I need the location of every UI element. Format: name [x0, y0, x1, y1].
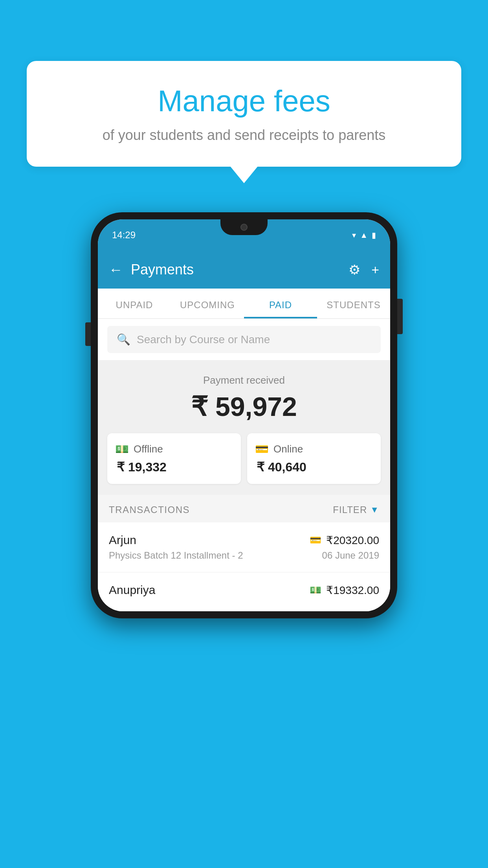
speech-bubble-container: Manage fees of your students and send re…: [27, 61, 461, 167]
transaction-amount: ₹19332.00: [326, 584, 379, 597]
notch-cutout: [220, 219, 268, 235]
filter-icon: ▼: [370, 505, 379, 515]
transaction-amount-wrap: 💳 ₹20320.00: [310, 534, 379, 547]
search-icon: 🔍: [117, 333, 130, 346]
online-amount: ₹ 40,640: [255, 460, 373, 474]
filter-button[interactable]: FILTER ▼: [333, 504, 379, 515]
back-button[interactable]: ←: [109, 261, 123, 278]
phone-outer: 14:29 ▾ ▲ ▮ ← Payments ⚙ +: [91, 212, 397, 618]
transaction-date: 06 June 2019: [322, 550, 379, 561]
transaction-row[interactable]: Anupriya 💵 ₹19332.00: [98, 572, 390, 611]
transactions-header: TRANSACTIONS FILTER ▼: [98, 495, 390, 522]
speech-bubble-title: Manage fees: [46, 85, 442, 118]
speech-bubble-subtitle: of your students and send receipts to pa…: [46, 125, 442, 145]
search-box[interactable]: 🔍 Search by Course or Name: [107, 326, 381, 353]
transaction-amount: ₹20320.00: [326, 534, 379, 547]
filter-label: FILTER: [333, 504, 367, 515]
transaction-row-top: Arjun 💳 ₹20320.00: [109, 533, 379, 547]
cash-icon: 💵: [310, 585, 321, 596]
payment-summary: Payment received ₹ 59,972 💵 Offline ₹ 19…: [98, 360, 390, 495]
signal-icon: ▲: [360, 231, 368, 240]
transaction-name: Anupriya: [109, 583, 155, 597]
card-icon: 💳: [310, 535, 321, 546]
payment-cards: 💵 Offline ₹ 19,332 💳 Online ₹ 40,640: [107, 433, 381, 484]
app-bar: ← Payments ⚙ +: [98, 251, 390, 289]
transactions-label: TRANSACTIONS: [109, 504, 190, 515]
plus-icon[interactable]: +: [371, 262, 379, 278]
search-placeholder: Search by Course or Name: [137, 333, 270, 346]
app-bar-actions: ⚙ +: [349, 262, 379, 278]
online-card: 💳 Online ₹ 40,640: [247, 433, 381, 484]
speech-bubble: Manage fees of your students and send re…: [27, 61, 461, 167]
wifi-icon: ▾: [352, 230, 356, 240]
status-icons: ▾ ▲ ▮: [352, 230, 376, 240]
online-card-header: 💳 Online: [255, 443, 373, 456]
tab-students[interactable]: STUDENTS: [317, 289, 390, 318]
transaction-row-bottom: Physics Batch 12 Installment - 2 06 June…: [109, 550, 379, 561]
tab-paid[interactable]: PAID: [244, 289, 317, 318]
status-time: 14:29: [112, 230, 136, 241]
transaction-course: Physics Batch 12 Installment - 2: [109, 550, 243, 561]
payment-received-label: Payment received: [107, 374, 381, 386]
gear-icon[interactable]: ⚙: [349, 262, 360, 278]
offline-label: Offline: [134, 443, 163, 455]
tab-unpaid[interactable]: UNPAID: [98, 289, 171, 318]
offline-card-header: 💵 Offline: [115, 443, 233, 456]
battery-icon: ▮: [372, 230, 376, 240]
offline-card: 💵 Offline ₹ 19,332: [107, 433, 241, 484]
transaction-amount-wrap: 💵 ₹19332.00: [310, 584, 379, 597]
search-container: 🔍 Search by Course or Name: [98, 319, 390, 360]
transaction-row-top: Anupriya 💵 ₹19332.00: [109, 583, 379, 597]
offline-amount: ₹ 19,332: [115, 460, 233, 474]
offline-icon: 💵: [115, 443, 129, 456]
phone-screen: 14:29 ▾ ▲ ▮ ← Payments ⚙ +: [98, 219, 390, 611]
transaction-row[interactable]: Arjun 💳 ₹20320.00 Physics Batch 12 Insta…: [98, 522, 390, 572]
online-icon: 💳: [255, 443, 269, 456]
online-label: Online: [273, 443, 303, 455]
status-bar: 14:29 ▾ ▲ ▮: [98, 219, 390, 251]
app-bar-title: Payments: [131, 261, 341, 278]
tab-upcoming[interactable]: UPCOMING: [171, 289, 244, 318]
camera-dot: [240, 224, 248, 231]
phone-container: 14:29 ▾ ▲ ▮ ← Payments ⚙ +: [91, 212, 397, 618]
transaction-name: Arjun: [109, 533, 136, 547]
payment-total-amount: ₹ 59,972: [107, 391, 381, 422]
tabs: UNPAID UPCOMING PAID STUDENTS: [98, 289, 390, 319]
